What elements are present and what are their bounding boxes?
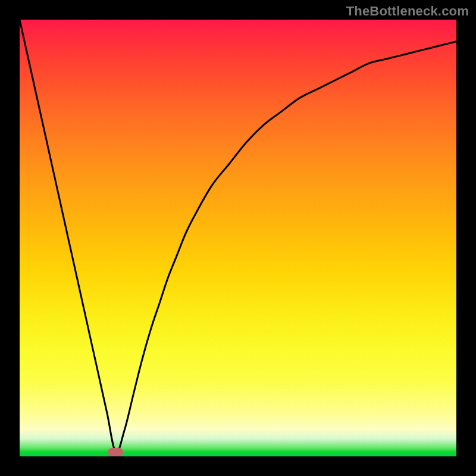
watermark-text: TheBottleneck.com [346,4,469,19]
chart-curve [20,20,456,456]
chart-stage: TheBottleneck.com [0,0,476,476]
chart-plot-area [20,20,456,456]
chart-minimum-marker [108,448,123,456]
